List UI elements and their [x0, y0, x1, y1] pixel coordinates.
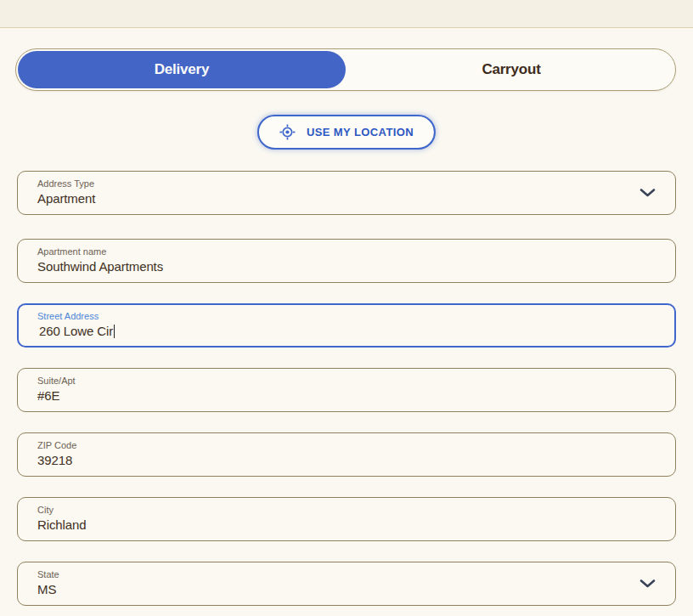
suite-apt-field[interactable]: Suite/Apt #6E: [17, 368, 676, 412]
locate-icon: [279, 124, 296, 140]
field-value: Richland: [37, 517, 87, 532]
top-header-band: [0, 0, 693, 28]
city-field[interactable]: City Richland: [17, 497, 676, 541]
tab-carryout[interactable]: Carryout: [347, 49, 675, 90]
field-value: Apartment: [37, 191, 95, 206]
apartment-name-field[interactable]: Apartment name Southwind Apartments: [17, 239, 676, 283]
field-value: 39218: [37, 453, 72, 467]
address-type-select[interactable]: Address Type Apartment: [17, 171, 676, 215]
field-label: State: [37, 569, 59, 579]
zip-code-field[interactable]: ZIP Code 39218: [17, 432, 676, 477]
use-my-location-label: USE MY LOCATION: [307, 126, 414, 138]
field-value: MS: [37, 582, 56, 596]
field-label: Suite/Apt: [37, 376, 76, 386]
service-method-toggle: Delivery Carryout: [15, 48, 676, 91]
field-value: Southwind Apartments: [37, 259, 163, 274]
text-caret: [114, 325, 115, 338]
field-value: #6E: [37, 388, 59, 403]
field-label: Address Type: [37, 178, 94, 189]
tab-delivery[interactable]: Delivery: [18, 51, 346, 88]
field-label: Apartment name: [37, 246, 106, 257]
chevron-down-icon[interactable]: [639, 189, 656, 198]
use-my-location-button[interactable]: USE MY LOCATION: [257, 115, 436, 150]
chevron-down-icon[interactable]: [639, 579, 656, 589]
field-label: City: [37, 505, 54, 515]
field-label: ZIP Code: [37, 440, 76, 450]
state-select[interactable]: State MS: [17, 562, 676, 606]
field-value: 260 Lowe Cir: [39, 324, 115, 338]
field-label: Street Address: [37, 311, 99, 321]
street-address-field[interactable]: Street Address 260 Lowe Cir: [17, 303, 676, 348]
